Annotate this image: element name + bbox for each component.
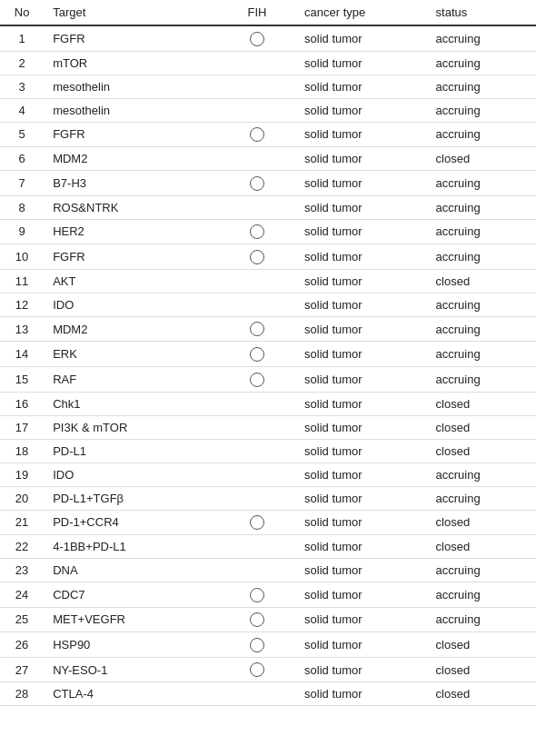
cell-fih — [219, 392, 295, 415]
fih-circle-icon — [250, 588, 264, 602]
cell-cancer-type: solid tumor — [295, 98, 426, 122]
cell-status: accruing — [427, 98, 536, 122]
cell-cancer-type: solid tumor — [295, 632, 426, 658]
cell-fih — [219, 657, 295, 682]
table-row: 25MET+VEGFRsolid tumoraccruing — [0, 607, 536, 632]
cell-no: 27 — [0, 657, 44, 682]
table-row: 27NY-ESO-1solid tumorclosed — [0, 657, 536, 682]
cell-status: accruing — [427, 316, 536, 342]
cell-target: FGFR — [44, 244, 219, 270]
cell-fih — [219, 269, 295, 293]
cell-fih — [219, 316, 295, 342]
cell-no: 6 — [0, 147, 44, 171]
cell-no: 15 — [0, 366, 44, 392]
table-row: 7B7-H3solid tumoraccruing — [0, 171, 536, 196]
cell-target: IDO — [44, 463, 219, 486]
cell-no: 7 — [0, 171, 44, 196]
cell-fih — [219, 25, 295, 51]
cell-fih — [219, 342, 295, 367]
cell-cancer-type: solid tumor — [295, 25, 426, 51]
table-row: 16Chk1solid tumorclosed — [0, 392, 536, 415]
cell-fih — [219, 51, 295, 75]
cell-status: accruing — [427, 366, 536, 392]
cell-cancer-type: solid tumor — [295, 147, 426, 171]
cell-target: 4-1BB+PD-L1 — [44, 535, 219, 559]
cell-target: ERK — [44, 342, 219, 367]
cell-status: accruing — [427, 582, 536, 608]
clinical-trials-table: No Target FIH cancer type status 1FGFRso… — [0, 0, 536, 706]
cell-cancer-type: solid tumor — [295, 535, 426, 559]
cell-status: accruing — [427, 607, 536, 632]
cell-target: DNA — [44, 559, 219, 582]
cell-status: accruing — [427, 342, 536, 367]
cell-target: FGFR — [44, 122, 219, 147]
cell-fih — [219, 122, 295, 147]
cell-no: 17 — [0, 415, 44, 439]
cell-target: mesothelin — [44, 75, 219, 98]
table-row: 11AKTsolid tumorclosed — [0, 269, 536, 293]
table-row: 28CTLA-4solid tumorclosed — [0, 682, 536, 706]
header-no: No — [0, 0, 44, 25]
cell-status: accruing — [427, 559, 536, 582]
table-row: 224-1BB+PD-L1solid tumorclosed — [0, 535, 536, 559]
fih-circle-icon — [250, 127, 264, 142]
table-row: 23DNAsolid tumoraccruing — [0, 559, 536, 582]
cell-fih — [219, 293, 295, 316]
cell-cancer-type: solid tumor — [295, 51, 426, 75]
header-status: status — [427, 0, 536, 25]
cell-status: closed — [427, 535, 536, 559]
cell-target: ROS&NTRK — [44, 195, 219, 219]
cell-no: 28 — [0, 682, 44, 706]
cell-no: 19 — [0, 463, 44, 486]
cell-status: accruing — [427, 122, 536, 147]
cell-cancer-type: solid tumor — [295, 244, 426, 270]
cell-fih — [219, 682, 295, 706]
fih-circle-icon — [250, 322, 264, 336]
cell-status: accruing — [427, 51, 536, 75]
cell-no: 8 — [0, 195, 44, 219]
cell-fih — [219, 510, 295, 535]
fih-circle-icon — [250, 638, 264, 652]
cell-cancer-type: solid tumor — [295, 486, 426, 510]
cell-no: 13 — [0, 316, 44, 342]
cell-target: HSP90 — [44, 632, 219, 658]
cell-no: 18 — [0, 439, 44, 463]
cell-fih — [219, 366, 295, 392]
cell-status: closed — [427, 147, 536, 171]
cell-no: 4 — [0, 98, 44, 122]
cell-target: mesothelin — [44, 98, 219, 122]
cell-cancer-type: solid tumor — [295, 171, 426, 196]
cell-no: 21 — [0, 510, 44, 535]
cell-cancer-type: solid tumor — [295, 510, 426, 535]
table-row: 21PD-1+CCR4solid tumorclosed — [0, 510, 536, 535]
cell-cancer-type: solid tumor — [295, 342, 426, 367]
fih-circle-icon — [250, 250, 264, 264]
fih-circle-icon — [250, 662, 264, 677]
cell-cancer-type: solid tumor — [295, 559, 426, 582]
cell-no: 24 — [0, 582, 44, 608]
table-row: 15RAFsolid tumoraccruing — [0, 366, 536, 392]
table-row: 24CDC7solid tumoraccruing — [0, 582, 536, 608]
cell-fih — [219, 98, 295, 122]
table-row: 13MDM2solid tumoraccruing — [0, 316, 536, 342]
header-fih: FIH — [219, 0, 295, 25]
cell-cancer-type: solid tumor — [295, 582, 426, 608]
cell-cancer-type: solid tumor — [295, 392, 426, 415]
table-row: 3mesothelinsolid tumoraccruing — [0, 75, 536, 98]
cell-status: accruing — [427, 219, 536, 244]
cell-cancer-type: solid tumor — [295, 682, 426, 706]
table-row: 1FGFRsolid tumoraccruing — [0, 25, 536, 51]
cell-target: MDM2 — [44, 147, 219, 171]
cell-cancer-type: solid tumor — [295, 439, 426, 463]
cell-no: 3 — [0, 75, 44, 98]
cell-no: 11 — [0, 269, 44, 293]
cell-cancer-type: solid tumor — [295, 463, 426, 486]
cell-target: Chk1 — [44, 392, 219, 415]
cell-target: NY-ESO-1 — [44, 657, 219, 682]
cell-status: accruing — [427, 171, 536, 196]
cell-cancer-type: solid tumor — [295, 415, 426, 439]
cell-status: closed — [427, 439, 536, 463]
cell-target: MET+VEGFR — [44, 607, 219, 632]
cell-cancer-type: solid tumor — [295, 219, 426, 244]
cell-status: closed — [427, 415, 536, 439]
